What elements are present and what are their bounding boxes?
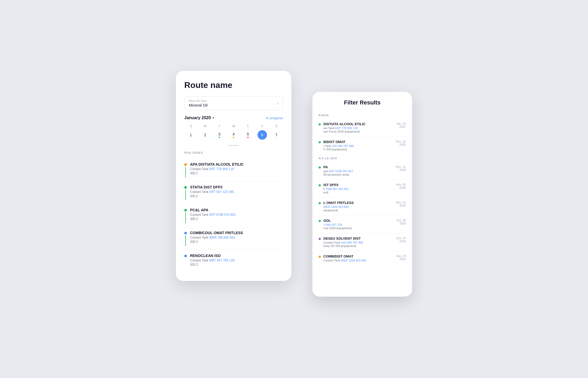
task-amount: 300.2 — [190, 171, 283, 175]
result-row: L OMAT FRITLESS WER 1264 653 849 equipme… — [323, 201, 406, 212]
calendar-grid: S M T W T F S 1 2 3 4 5 — [184, 123, 283, 140]
tank-link[interactable]: MRT 567 789 129 — [209, 259, 234, 262]
filter-results-card: Filter Results KADIA DISTIATA ALCOOL ETI… — [312, 92, 412, 297]
result-row: OOL Y 890 567 234 rma 3100 [equipment] O… — [323, 219, 406, 230]
result-name: DESEU SOLVENT DIST — [323, 237, 363, 240]
scroll-indicator — [228, 145, 239, 146]
task-name: STATIA DIST DFP3 — [190, 185, 283, 189]
task-item: RENOCLEAN ISO Coolant Tank MRT 567 789 1… — [184, 250, 283, 270]
result-left: IST DFP3 k TDM 567 455 001 ent] — [323, 183, 349, 194]
result-name: IST DFP3 — [323, 183, 349, 187]
calendar-day-4[interactable]: 4 — [229, 130, 238, 140]
result-equip: san Purna 3100 [equipment] — [323, 130, 365, 133]
result-link[interactable]: ERT 778 909 118 — [335, 127, 358, 130]
result-link[interactable]: Y 890 567 234 — [323, 223, 342, 226]
day-name-wed: W — [227, 123, 240, 129]
result-sub: k TDM 567 455 001 — [323, 187, 349, 191]
task-line — [185, 167, 186, 177]
result-sub: WER 1264 653 849 — [323, 205, 354, 208]
task-dot-col — [184, 162, 187, 177]
calendar-day-1[interactable]: 1 — [186, 130, 196, 140]
result-date: Oct, 162020 — [390, 237, 406, 243]
result-left: DISTIATA ALCOOL ETILIC ant Tank ERT 778 … — [323, 122, 365, 133]
chevron-right-icon: › — [277, 101, 279, 106]
tank-link[interactable]: ERT 6789 574 853 — [209, 213, 235, 217]
result-link[interactable]: UIO 089 787 000 — [332, 144, 354, 148]
task-name: COMBICOUL OMAT FRITLESS — [190, 231, 283, 235]
result-content: OOL Y 890 567 234 rma 3100 [equipment] O… — [323, 219, 406, 230]
task-item: COMBICOUL OMAT FRITLESS Coolant Tank WER… — [184, 227, 283, 250]
tank-link[interactable]: ERT 778 909 118 — [209, 167, 234, 171]
chevron-down-icon: ▾ — [212, 116, 214, 120]
task-item: APA DISTIATA ALCOOL ETILIC Coolant Tank … — [184, 159, 283, 181]
result-left: L OMAT FRITLESS WER 1264 653 849 equipme… — [323, 201, 354, 212]
calendar-day-3[interactable]: 3 — [215, 130, 224, 140]
month-title[interactable]: January 2020 ▾ — [184, 116, 214, 120]
filter-row[interactable]: Base Oil Type Mineral Oil › — [184, 96, 283, 110]
result-left: PA ank ERT 6789 567 657 00 [production a… — [323, 165, 353, 176]
result-content: DISTIATA ALCOOL ETILIC ant Tank ERT 778 … — [323, 122, 406, 133]
task-tank: Coolant Tank ERT 778 909 118 — [190, 167, 283, 171]
task-dot-col — [184, 185, 187, 200]
result-link[interactable]: WER 1264 653 849 — [323, 205, 349, 208]
task-line — [185, 213, 186, 223]
result-equip: P 200 [equipment] — [323, 148, 354, 151]
calendar-day-6[interactable]: 6 — [258, 130, 267, 140]
section-n5lehch: N 5 LE HCH — [319, 157, 406, 160]
calendar-day-5[interactable]: 5 — [243, 130, 253, 140]
calendar-day-7[interactable]: 7 — [272, 130, 281, 140]
result-sub: ant Tank ERT 778 909 118 — [323, 127, 365, 130]
task-tank: Coolant Tank WER 789 656 463 — [190, 236, 283, 239]
result-dot — [319, 220, 321, 222]
task-dot-col — [184, 231, 187, 246]
result-sub: Y 890 567 234 — [323, 223, 351, 226]
tank-link[interactable]: WER 789 656 463 — [209, 236, 235, 239]
result-left: DESEU SOLVENT DIST Coolant Tank UIO 089 … — [323, 237, 363, 248]
result-row: PA ank ERT 6789 567 657 00 [production a… — [323, 165, 406, 176]
result-dot — [319, 238, 321, 240]
route-title: Route name — [184, 80, 283, 90]
section-kadia: KADIA — [319, 114, 406, 117]
task-tank: Coolant Tank ERT 567 123 345 — [190, 190, 283, 194]
result-equip: Durp OP 200 [equipment] — [323, 244, 363, 248]
result-equip: equipment] — [323, 209, 354, 212]
tank-link[interactable]: ERT 567 123 345 — [209, 190, 234, 194]
result-name: OOL — [323, 219, 351, 223]
result-link[interactable]: TDM 567 455 001 — [326, 187, 349, 191]
result-sub: Coolant Tank UIO 089 787 000 — [323, 241, 363, 244]
day-name-mon: M — [198, 123, 212, 129]
result-link[interactable]: WER 1264 653 849 — [341, 259, 366, 262]
result-name: COMBIDIST OMAT — [323, 254, 366, 258]
filter-label: Base Oil Type — [189, 99, 208, 102]
task-dot — [184, 255, 187, 257]
calendar-day-2[interactable]: 2 — [200, 130, 210, 140]
route-card: Route name Base Oil Type Mineral Oil › J… — [176, 71, 291, 281]
result-item: IST DFP3 k TDM 567 455 001 ent] Nov, 302… — [319, 180, 406, 198]
task-tank: Coolant Tank ERT 6789 574 853 — [190, 213, 283, 217]
result-item: DESEU SOLVENT DIST Coolant Tank UIO 089 … — [319, 233, 406, 251]
result-row: BIDIST OMAT t Tank UIO 089 787 000 P 200… — [323, 140, 406, 151]
result-dot — [319, 202, 321, 204]
result-name: L OMAT FRITLESS — [323, 201, 354, 205]
result-dot — [319, 141, 321, 143]
result-dot — [319, 256, 321, 258]
result-equip: 00 [production area] — [323, 173, 353, 176]
task-item: STATIA DIST DFP3 Coolant Tank ERT 567 12… — [184, 181, 283, 204]
result-content: PA ank ERT 6789 567 657 00 [production a… — [323, 165, 406, 176]
result-link[interactable]: ERT 6789 567 657 — [329, 170, 353, 173]
day-name-thu: T — [241, 123, 254, 129]
filter-value: Mineral Oil — [189, 103, 208, 107]
task-dot — [184, 163, 187, 166]
result-row: COMBIDIST OMAT Coolant Tank WER 1264 653… — [323, 254, 406, 262]
result-date: Nov, 222020 — [390, 201, 406, 207]
result-date: Dec, 162020 — [390, 140, 406, 146]
result-left: COMBIDIST OMAT Coolant Tank WER 1264 653… — [323, 254, 366, 262]
task-name: PC&L APA — [190, 208, 283, 212]
result-date: Nov, 302020 — [390, 183, 406, 189]
result-link[interactable]: UIO 089 787 000 — [341, 241, 363, 244]
task-content: APA DISTIATA ALCOOL ETILIC Coolant Tank … — [190, 162, 283, 175]
task-name: APA DISTIATA ALCOOL ETILIC — [190, 162, 283, 166]
result-row: IST DFP3 k TDM 567 455 001 ent] Nov, 302… — [323, 183, 406, 194]
result-sub: t Tank UIO 089 787 000 — [323, 144, 354, 148]
result-content: DESEU SOLVENT DIST Coolant Tank UIO 089 … — [323, 237, 406, 248]
